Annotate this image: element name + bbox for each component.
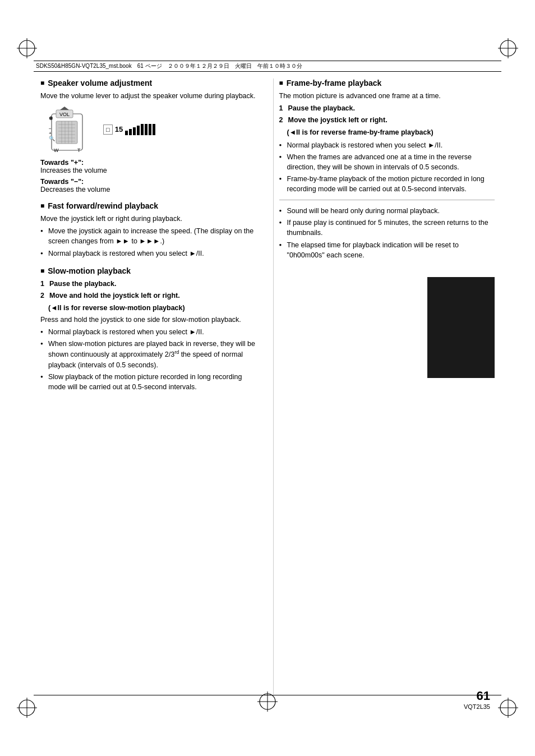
slow-motion-bullet-1: Normal playback is restored when you sel… bbox=[40, 327, 256, 337]
section-speaker-volume: Speaker volume adjustment Move the volum… bbox=[40, 79, 256, 193]
svg-marker-15 bbox=[60, 107, 69, 110]
frame-by-frame-step-2: 2 Move the joystick left or right. bbox=[279, 115, 495, 125]
svg-text:✽: ✽ bbox=[49, 116, 53, 121]
section-frame-by-frame: Frame-by-frame playback The motion pictu… bbox=[279, 79, 495, 194]
towards-plus-text: Increases the volume bbox=[40, 167, 256, 174]
vol-number: 15 bbox=[115, 125, 123, 133]
vol-bars bbox=[125, 124, 155, 135]
slow-motion-step-1: 1 Pause the playback. bbox=[40, 279, 256, 289]
fast-forward-bullets: Move the joystick again to increase the … bbox=[40, 226, 256, 258]
header-text: SDKS50&H85GN-VQT2L35_mst.book 61 ページ ２００… bbox=[36, 62, 302, 70]
volume-display: □ 15 bbox=[103, 124, 155, 135]
slow-motion-steps: 1 Pause the playback. 2 Move and hold th… bbox=[40, 279, 256, 301]
slow-motion-bullet-2: When slow-motion pictures are played bac… bbox=[40, 339, 256, 370]
section-speaker-volume-body: Move the volume lever to adjust the spea… bbox=[40, 91, 256, 101]
frame-by-frame-step-1: 1 Pause the playback. bbox=[279, 103, 495, 113]
after-divider-bullets: Sound will be heard only during normal p… bbox=[279, 206, 495, 260]
svg-text:T: T bbox=[77, 147, 81, 153]
page-number: 61 bbox=[464, 689, 490, 703]
frame-by-frame-bullet-2: When the frames are advanced one at a ti… bbox=[279, 152, 495, 172]
svg-text:🔍: 🔍 bbox=[49, 135, 56, 142]
page-number-area: 61 VQT2L35 bbox=[464, 689, 490, 710]
section-frame-by-frame-title: Frame-by-frame playback bbox=[279, 79, 495, 87]
section-frame-by-frame-body: The motion picture is advanced one frame… bbox=[279, 91, 495, 101]
after-divider-bullet-3: The elapsed time for playback indication… bbox=[279, 240, 495, 260]
volume-device-svg: VOL W bbox=[46, 105, 96, 153]
towards-plus-label: Towards "+": bbox=[40, 159, 256, 167]
divider-line bbox=[279, 200, 495, 200]
right-column: Frame-by-frame playback The motion pictu… bbox=[273, 79, 495, 694]
slow-motion-body: Press and hold the joystick to one side … bbox=[40, 315, 256, 325]
slow-motion-step2-sub: (◄II is for reverse slow-motion playback… bbox=[40, 303, 256, 313]
corner-mark-br bbox=[498, 698, 518, 718]
svg-text:W: W bbox=[54, 147, 59, 153]
frame-by-frame-bullet-3: Frame-by-frame playback of the motion pi… bbox=[279, 174, 495, 194]
corner-mark-tr bbox=[498, 38, 518, 58]
vol-bar-5 bbox=[141, 124, 144, 135]
slow-motion-step-2: 2 Move and hold the joystick left or rig… bbox=[40, 291, 256, 301]
vol-bar-4 bbox=[137, 126, 140, 135]
after-divider-bullet-1: Sound will be heard only during normal p… bbox=[279, 206, 495, 216]
frame-by-frame-step2-sub: (◄II is for reverse frame-by-frame playb… bbox=[279, 127, 495, 137]
fast-forward-bullet-1: Move the joystick again to increase the … bbox=[40, 226, 256, 246]
vol-bar-2 bbox=[129, 129, 132, 135]
section-fast-forward: Fast forward/rewind playback Move the jo… bbox=[40, 201, 256, 259]
section-speaker-volume-title: Speaker volume adjustment bbox=[40, 79, 256, 87]
towards-minus-text: Decreases the volume bbox=[40, 186, 256, 193]
towards-minus-label: Towards "−": bbox=[40, 178, 256, 186]
main-content: Speaker volume adjustment Move the volum… bbox=[40, 79, 495, 694]
slow-motion-bullet-3: Slow playback of the motion picture reco… bbox=[40, 372, 256, 392]
bottom-center-crosshair bbox=[257, 692, 278, 713]
frame-by-frame-bullets: Normal playback is restored when you sel… bbox=[279, 140, 495, 195]
vol-icon: □ bbox=[103, 125, 113, 135]
vol-bar-3 bbox=[133, 127, 136, 135]
vol-bar-1 bbox=[125, 131, 128, 135]
dark-decorative-rect bbox=[427, 277, 495, 378]
after-divider-bullet-2: If pause play is continued for 5 minutes… bbox=[279, 218, 495, 238]
left-column: Speaker volume adjustment Move the volum… bbox=[40, 79, 262, 694]
frame-by-frame-steps: 1 Pause the playback. 2 Move the joystic… bbox=[279, 103, 495, 125]
fast-forward-bullet-2: Normal playback is restored when you sel… bbox=[40, 248, 256, 259]
svg-text:VOL: VOL bbox=[59, 112, 70, 117]
vol-bar-8 bbox=[153, 124, 155, 135]
volume-image: VOL W bbox=[46, 105, 256, 153]
corner-mark-bl bbox=[17, 698, 37, 718]
frame-by-frame-bullet-1: Normal playback is restored when you sel… bbox=[279, 140, 495, 150]
header-bar: SDKS50&H85GN-VQT2L35_mst.book 61 ページ ２００… bbox=[34, 61, 501, 72]
corner-mark-tl bbox=[17, 38, 37, 58]
vol-bar-6 bbox=[145, 124, 147, 135]
section-slow-motion: Slow-motion playback 1 Pause the playbac… bbox=[40, 266, 256, 392]
section-slow-motion-title: Slow-motion playback bbox=[40, 266, 256, 275]
vol-bar-7 bbox=[149, 124, 151, 135]
svg-text:+: + bbox=[49, 131, 52, 136]
page-code: VQT2L35 bbox=[464, 703, 490, 710]
slow-motion-bullets: Normal playback is restored when you sel… bbox=[40, 327, 256, 392]
section-fast-forward-title: Fast forward/rewind playback bbox=[40, 201, 256, 210]
section-fast-forward-body: Move the joystick left or right during p… bbox=[40, 214, 256, 224]
